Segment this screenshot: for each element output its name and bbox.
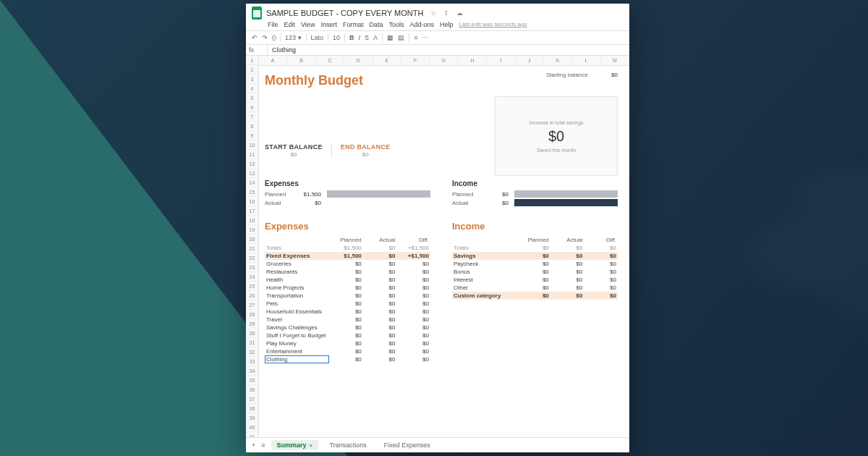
- undo-icon[interactable]: ↶: [252, 34, 258, 41]
- menu-file[interactable]: File: [268, 21, 278, 28]
- expenses-summary: Expenses Planned $1,500 Actual $0: [265, 180, 430, 208]
- formula-input[interactable]: Clothing: [268, 45, 300, 55]
- table-row[interactable]: Groceries$0$0$0: [265, 260, 430, 268]
- menu-tools[interactable]: Tools: [388, 21, 404, 28]
- start-balance-value: $0: [265, 151, 323, 158]
- zoom-select[interactable]: 123 ▾: [285, 34, 302, 41]
- table-row[interactable]: Pets$0$0$0: [265, 300, 430, 308]
- fill-icon[interactable]: ▦: [387, 34, 393, 41]
- expenses-planned-bar: [327, 190, 430, 198]
- table-row[interactable]: Savings Challenges$0$0$0: [265, 324, 430, 332]
- table-row[interactable]: Paycheck$0$0$0: [452, 260, 618, 268]
- menu-insert[interactable]: Insert: [320, 21, 337, 28]
- table-row[interactable]: Bonus$0$0$0: [452, 268, 618, 276]
- table-row[interactable]: Household Essentials$0$0$0: [265, 308, 430, 316]
- doc-title[interactable]: SAMPLE BUDGET - COPY EVERY MONTH: [266, 9, 423, 17]
- starting-balance: Starting balance $0: [546, 72, 618, 78]
- add-sheet-icon[interactable]: +: [252, 442, 255, 449]
- menu-data[interactable]: Data: [369, 21, 383, 28]
- savings-saved-label: Saved this month: [537, 148, 576, 153]
- cloud-icon[interactable]: ☁: [456, 9, 463, 17]
- tab-summary[interactable]: Summary▾: [271, 440, 318, 450]
- name-box[interactable]: fx: [246, 45, 268, 55]
- toolbar: ↶ ↷ ⎙ 123 ▾ Lato 10 B I S A ▦ ▤ ≡ ⋯: [246, 30, 629, 45]
- table-row[interactable]: Restaurants$0$0$0: [265, 268, 430, 276]
- more-icon[interactable]: ⋯: [422, 34, 428, 41]
- tab-transactions[interactable]: Transactions: [324, 440, 373, 450]
- income-summary: Income Planned $0 Actual $0: [452, 180, 618, 208]
- borders-icon[interactable]: ▤: [398, 34, 404, 41]
- income-table: Income Planned Actual Diff. Totals $0 $0…: [452, 221, 618, 363]
- table-row[interactable]: Totals $1,500 $0 +$1,500: [265, 244, 430, 252]
- font-size[interactable]: 10: [333, 34, 340, 41]
- menu-addons[interactable]: Add-ons: [409, 21, 434, 28]
- start-balance-label: START BALANCE: [265, 143, 323, 151]
- table-row[interactable]: Entertainment$0$0$0: [265, 347, 430, 355]
- income-planned-bar: [514, 190, 618, 198]
- table-row[interactable]: Other$0$0$0: [452, 284, 618, 292]
- menu-edit[interactable]: Edit: [284, 21, 296, 28]
- spreadsheet-cells[interactable]: Monthly Budget Starting balance $0 Incre…: [259, 66, 629, 437]
- table-row[interactable]: Transportation$0$0$0: [265, 292, 430, 300]
- table-row[interactable]: Play Money$0$0$0: [265, 339, 430, 347]
- menu-view[interactable]: View: [301, 21, 315, 28]
- table-row[interactable]: Fixed Expenses$1,500$0+$1,500: [265, 252, 430, 260]
- table-row[interactable]: Travel$0$0$0: [265, 316, 430, 324]
- formula-bar: fx Clothing: [246, 45, 629, 56]
- sheet-tabs: + ≡ Summary▾ Transactions Fixed Expenses: [246, 437, 629, 452]
- starting-balance-value[interactable]: $0: [611, 72, 618, 78]
- income-actual-bar: [514, 199, 618, 206]
- expenses-table-title: Expenses: [265, 221, 430, 232]
- sheets-window: SAMPLE BUDGET - COPY EVERY MONTH ☆ ⇪ ☁ F…: [246, 4, 629, 452]
- print-icon[interactable]: ⎙: [272, 34, 276, 41]
- table-row[interactable]: Savings$0$0$0: [452, 252, 618, 260]
- italic-button[interactable]: I: [359, 34, 361, 41]
- starting-balance-label: Starting balance: [546, 72, 588, 78]
- bold-button[interactable]: B: [349, 34, 354, 41]
- menu-bar: File Edit View Insert Format Data Tools …: [246, 21, 629, 30]
- expenses-summary-title: Expenses: [265, 180, 430, 187]
- row-headers[interactable]: 1234567891011121314151617181920212223242…: [246, 56, 259, 437]
- table-row[interactable]: Interest$0$0$0: [452, 276, 618, 284]
- column-headers[interactable]: ABCDEFGHIJKLM: [259, 56, 629, 66]
- title-bar: SAMPLE BUDGET - COPY EVERY MONTH ☆ ⇪ ☁: [246, 4, 629, 21]
- table-row[interactable]: Totals $0 $0 $0: [452, 244, 618, 252]
- star-icon[interactable]: ☆: [430, 9, 436, 17]
- last-edit[interactable]: Last edit was seconds ago: [459, 21, 527, 28]
- table-row[interactable]: Clothing$0$0$0: [265, 355, 430, 363]
- table-row[interactable]: Home Projects$0$0$0: [265, 284, 430, 292]
- menu-format[interactable]: Format: [343, 21, 364, 28]
- strike-icon[interactable]: S: [365, 34, 369, 41]
- expenses-actual-bar: [327, 199, 430, 206]
- table-row[interactable]: Health$0$0$0: [265, 276, 430, 284]
- income-table-title: Income: [452, 221, 618, 232]
- end-balance-label: END BALANCE: [341, 143, 391, 151]
- font-select[interactable]: Lato: [311, 34, 324, 41]
- redo-icon[interactable]: ↷: [262, 34, 268, 41]
- savings-increase-label: Increase in total savings: [529, 120, 583, 125]
- text-color-icon[interactable]: A: [373, 34, 378, 41]
- savings-card: Increase in total savings $0 Saved this …: [495, 96, 618, 176]
- align-icon[interactable]: ≡: [414, 34, 417, 41]
- table-row[interactable]: Stuff I Forget to Budget$0$0$0: [265, 332, 430, 339]
- table-row[interactable]: Custom category$0$0$0: [452, 292, 618, 300]
- expenses-table: Expenses Planned Actual Diff. Totals $1,…: [265, 221, 430, 363]
- sheets-icon: [252, 7, 262, 20]
- income-summary-title: Income: [452, 180, 618, 187]
- move-icon[interactable]: ⇪: [443, 9, 449, 17]
- savings-amount: $0: [548, 128, 564, 145]
- menu-help[interactable]: Help: [440, 21, 454, 28]
- tab-fixed-expenses[interactable]: Fixed Expenses: [378, 440, 436, 450]
- end-balance-value: $0: [341, 151, 391, 158]
- all-sheets-icon[interactable]: ≡: [261, 442, 265, 449]
